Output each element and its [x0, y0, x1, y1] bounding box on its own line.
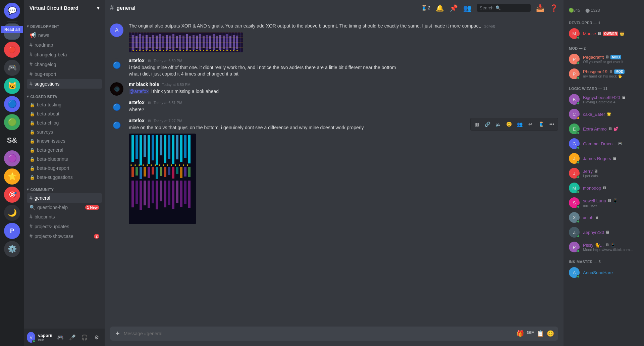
- settings-button[interactable]: ⚙: [91, 332, 102, 343]
- member-james-rogers[interactable]: J James Rogers 🖥: [566, 151, 641, 166]
- channel-surveys[interactable]: 🔒 surveys: [27, 128, 102, 136]
- server-icon-s6[interactable]: S&: [4, 132, 20, 148]
- members-button[interactable]: 👥: [463, 4, 472, 12]
- message-author-1[interactable]: artefox: [129, 58, 145, 63]
- member-extra-ammo[interactable]: E Extra Ammo 🖥 💕: [566, 121, 641, 136]
- server-icon-s7[interactable]: 🟣: [4, 150, 20, 166]
- add-attachment-button[interactable]: +: [114, 327, 121, 341]
- member-xelph[interactable]: X xelph 🖥: [566, 210, 641, 225]
- channel-beta-general[interactable]: 🔒 beta-general: [27, 146, 102, 154]
- lock-icon: 🔒: [30, 166, 35, 171]
- channel-questions-help[interactable]: 🔍 questions-help 1 New: [27, 203, 102, 212]
- deafen-button[interactable]: 🎤: [67, 332, 78, 343]
- inbox-button[interactable]: 📥: [536, 4, 544, 12]
- channel-beta-chlog[interactable]: 🔒 beta-chlog: [27, 118, 102, 127]
- action-app[interactable]: ▦: [472, 119, 481, 129]
- channel-news[interactable]: 📢 news: [27, 30, 102, 40]
- channel-beta-suggestions[interactable]: 🔒 beta-suggestions: [27, 173, 102, 182]
- server-icon-s4[interactable]: 🔵: [4, 96, 20, 112]
- channel-name: beta-testing: [37, 102, 61, 107]
- channel-beta-testing[interactable]: 🔒 beta-testing: [27, 100, 102, 109]
- message-content-1: artefox 🖥 Today at 6:39 PM i tried basin…: [129, 58, 558, 78]
- category-development[interactable]: ▾ DEVELOPMENT: [24, 19, 105, 30]
- channel-known-issues[interactable]: 🔒 known-issues: [27, 137, 102, 145]
- server-icon-s2[interactable]: 🎮: [4, 60, 20, 76]
- member-annasonohare[interactable]: A AnnaSonoHare: [566, 265, 641, 280]
- member-gamma-draco[interactable]: G Gamma_Draco... 🎮: [566, 136, 641, 151]
- category-community[interactable]: ▾ COMMUNITY: [24, 182, 105, 193]
- action-link[interactable]: 🔗: [483, 119, 492, 129]
- channel-beta-blueprints[interactable]: 🔒 beta-blueprints: [27, 155, 102, 163]
- category-closed-beta[interactable]: ▾ CLOSED BETA: [24, 89, 105, 100]
- member-status-dot: [577, 275, 580, 278]
- member-soweli-luna[interactable]: S soweli Luna 🖥 📱 mrrrrrow: [566, 195, 641, 210]
- sticker-button[interactable]: 📋: [537, 330, 544, 337]
- channel-suggestions[interactable]: # suggestions: [27, 79, 102, 89]
- search-box[interactable]: Search 🔍: [477, 4, 531, 12]
- server-icon-s5[interactable]: 🟢: [4, 114, 20, 130]
- threads-button[interactable]: 🧵 2: [421, 5, 430, 11]
- server-icon-discord[interactable]: 💬: [4, 3, 20, 19]
- gif-button[interactable]: GIF: [527, 330, 534, 337]
- channel-bug-report[interactable]: # bug-report: [27, 69, 102, 79]
- svg-rect-32: [236, 36, 238, 49]
- channel-projects-showcase[interactable]: # projects-showcase 2: [27, 232, 102, 241]
- member-biggycheese[interactable]: B Biggycheese69420 🖥 Playing Battlefield…: [566, 92, 641, 107]
- server-icon-s3[interactable]: 🐱: [4, 78, 20, 94]
- member-zephyrz80[interactable]: Z ZephyrZ80 🖥: [566, 225, 641, 240]
- action-reply[interactable]: ↩: [526, 119, 535, 129]
- channel-changelog[interactable]: # changelog: [27, 60, 102, 69]
- channel-beta-bug-report[interactable]: 🔒 beta-bug-report: [27, 164, 102, 172]
- svg-rect-90: [167, 164, 168, 166]
- server-icon-s12[interactable]: ⚙️: [4, 241, 20, 257]
- svg-point-34: [136, 50, 137, 51]
- message-author-3[interactable]: artefox: [129, 100, 145, 105]
- action-emoji[interactable]: 😊: [504, 119, 514, 129]
- action-people[interactable]: 👥: [515, 119, 524, 129]
- member-pissy[interactable]: P Pissy 🐈... 🖥 📱 Mood https://www.tiktok…: [566, 240, 641, 254]
- svg-rect-22: [203, 36, 205, 48]
- action-audio[interactable]: 🔈: [493, 119, 503, 129]
- help-button[interactable]: ❓: [550, 4, 558, 12]
- message-author-4[interactable]: artefox: [129, 118, 145, 123]
- channel-name: news: [38, 33, 49, 38]
- emoji-button[interactable]: 😊: [547, 330, 554, 337]
- member-monodop[interactable]: M monodop 🖥: [566, 181, 641, 195]
- server-header[interactable]: Virtual Circuit Board ▾: [24, 0, 105, 16]
- read-all-button[interactable]: Read all: [1, 26, 23, 33]
- member-status-dot: [577, 131, 580, 135]
- svg-rect-0: [129, 32, 243, 52]
- channel-projects-updates[interactable]: # projects-updates: [27, 222, 102, 231]
- channel-beta-about[interactable]: 🔒 beta-about: [27, 109, 102, 118]
- server-icon-s10[interactable]: 🌙: [4, 205, 20, 221]
- action-thread[interactable]: 🧵: [536, 119, 546, 129]
- message-input[interactable]: [124, 327, 514, 340]
- member-jerry[interactable]: J Jerry 🖥 I pet cats.: [566, 166, 641, 181]
- mention-artefox: @artefox: [129, 89, 149, 94]
- message-text-2: @artefox i think your missing a look ahe…: [129, 88, 558, 95]
- channel-general[interactable]: # general: [27, 193, 102, 203]
- server-icon-s11[interactable]: P: [4, 223, 20, 239]
- notifications-button[interactable]: 🔔: [436, 4, 444, 12]
- headphones-button[interactable]: 🎧: [79, 332, 90, 343]
- member-cake-eater[interactable]: C cake_Eater 🌟: [566, 107, 641, 121]
- message-author-2[interactable]: mr black hole: [129, 82, 159, 87]
- server-icon-s9[interactable]: 🎯: [4, 187, 20, 203]
- channel-roadmap[interactable]: # roadmap: [27, 40, 102, 50]
- server-icon-s1[interactable]: 🔴: [4, 42, 20, 58]
- member-phosgene19[interactable]: P Phosgene19 🖥 MOD my hand on his neck 🖐: [566, 66, 641, 81]
- svg-point-64: [236, 50, 238, 51]
- mute-button[interactable]: 🎮: [55, 332, 66, 343]
- channel-changelog-beta[interactable]: # changelog-beta: [27, 50, 102, 59]
- gift-button[interactable]: 🎁: [517, 330, 524, 337]
- member-pegacraffft[interactable]: P Pegacraffft 🖥 MOD Off yourself or get …: [566, 52, 641, 66]
- pink-icon: 💕: [613, 127, 619, 131]
- member-mause[interactable]: M Mause 🖥 OWNER 👑: [566, 26, 641, 41]
- svg-rect-101: [152, 167, 154, 175]
- pinned-button[interactable]: 📌: [449, 4, 458, 12]
- action-more[interactable]: •••: [547, 119, 556, 129]
- svg-point-60: [223, 50, 224, 51]
- server-icon-s8[interactable]: ⭐: [4, 168, 20, 185]
- channel-blueprints[interactable]: # blueprints: [27, 212, 102, 221]
- avatar-initial: A: [573, 270, 576, 275]
